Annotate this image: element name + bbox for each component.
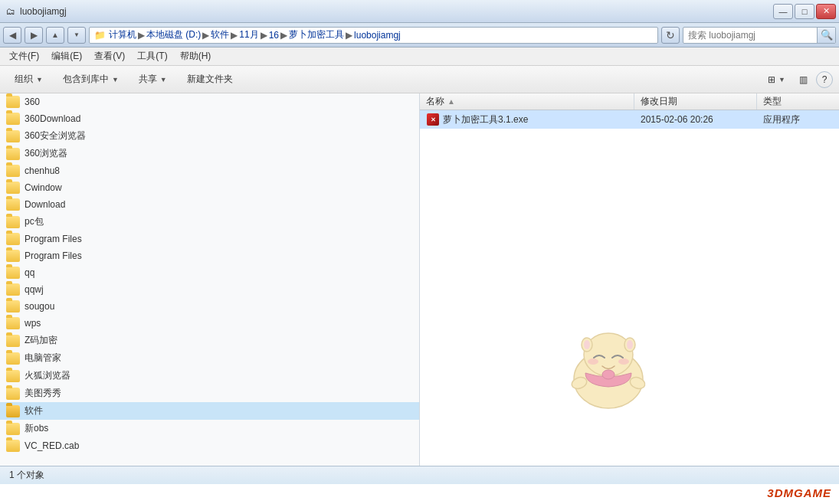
share-arrow: ▼ bbox=[160, 76, 167, 83]
sidebar-item-label: Program Files bbox=[25, 234, 82, 244]
dropdown-button[interactable]: ▼ bbox=[67, 27, 86, 44]
sidebar-item[interactable]: 火狐浏览器 bbox=[0, 367, 419, 385]
sidebar-item-label: 电脑管家 bbox=[25, 352, 61, 365]
path-drive[interactable]: 本地磁盘 (D:) bbox=[146, 28, 201, 41]
sidebar-item-label: Cwindow bbox=[25, 182, 62, 193]
col-type[interactable]: 类型 bbox=[757, 93, 839, 110]
toolbar: 组织 ▼ 包含到库中 ▼ 共享 ▼ 新建文件夹 ⊞ ▼ ▥ ? bbox=[0, 66, 839, 93]
sidebar-item-label: 360 bbox=[25, 97, 40, 107]
sidebar-item[interactable]: Program Files bbox=[0, 247, 419, 264]
sidebar-item[interactable]: chenhu8 bbox=[0, 162, 419, 179]
share-label: 共享 bbox=[139, 73, 157, 86]
sidebar-item[interactable]: pc包 bbox=[0, 213, 419, 231]
sidebar-item[interactable]: 美图秀秀 bbox=[0, 385, 419, 402]
preview-pane-button[interactable]: ▥ bbox=[794, 69, 813, 90]
sidebar-item[interactable]: Program Files bbox=[0, 231, 419, 247]
folder-icon bbox=[6, 423, 20, 435]
include-library-arrow: ▼ bbox=[112, 76, 119, 83]
folder-icon bbox=[6, 440, 20, 452]
sidebar-item-label: sougou bbox=[25, 301, 54, 312]
menu-tools[interactable]: 工具(T) bbox=[131, 48, 173, 64]
folder-icon bbox=[6, 113, 20, 125]
path-month[interactable]: 11月 bbox=[239, 28, 258, 41]
sidebar-item[interactable]: Cwindow bbox=[0, 179, 419, 196]
help-button[interactable]: ? bbox=[816, 71, 833, 88]
organize-label: 组织 bbox=[15, 73, 33, 86]
file-type-cell: 应用程序 bbox=[757, 110, 839, 129]
folder-icon bbox=[6, 300, 20, 313]
svg-point-6 bbox=[602, 370, 615, 379]
sidebar-item[interactable]: Download bbox=[0, 196, 419, 213]
share-button[interactable]: 共享 ▼ bbox=[130, 69, 175, 90]
folder-icon bbox=[6, 250, 20, 262]
folder-icon bbox=[6, 198, 20, 211]
sidebar-item-label: qq bbox=[25, 267, 34, 278]
address-path[interactable]: 📁 计算机 ▶ 本地磁盘 (D:) ▶ 软件 ▶ 11月 ▶ 16 ▶ 萝卜加密… bbox=[89, 27, 658, 44]
view-mode-button[interactable]: ⊞ ▼ bbox=[762, 69, 791, 90]
sidebar-item[interactable]: qqwj bbox=[0, 281, 419, 298]
path-folder[interactable]: luobojiamgj bbox=[354, 30, 401, 41]
sidebar-item-label: pc包 bbox=[25, 215, 44, 228]
menu-help[interactable]: 帮助(H) bbox=[174, 48, 218, 64]
view-dropdown-arrow: ▼ bbox=[778, 76, 785, 83]
sort-indicator: ▲ bbox=[447, 97, 455, 106]
folder-icon-small: 📁 bbox=[94, 30, 106, 41]
folder-icon bbox=[6, 283, 20, 296]
organize-dropdown-arrow: ▼ bbox=[36, 76, 43, 83]
sidebar-item[interactable]: 软件 bbox=[0, 402, 419, 420]
sidebar-item[interactable]: 360安全浏览器 bbox=[0, 127, 419, 145]
sidebar-item-label: qqwj bbox=[25, 284, 44, 295]
file-icon: ✕ bbox=[426, 113, 440, 126]
sidebar-item[interactable]: 360浏览器 bbox=[0, 145, 419, 162]
sidebar-item[interactable]: VC_RED.cab bbox=[0, 437, 419, 454]
sidebar-item-label: Download bbox=[25, 199, 65, 210]
sidebar: 360360Download360安全浏览器360浏览器chenhu8Cwind… bbox=[0, 93, 420, 466]
sidebar-item-label: 360安全浏览器 bbox=[25, 129, 86, 142]
search-input[interactable] bbox=[683, 28, 817, 43]
folder-icon bbox=[6, 130, 20, 142]
back-button[interactable]: ◀ bbox=[3, 27, 21, 44]
minimize-button[interactable]: — bbox=[773, 4, 793, 19]
organize-button[interactable]: 组织 ▼ bbox=[6, 69, 51, 90]
folder-icon bbox=[6, 335, 20, 347]
sidebar-item[interactable]: wps bbox=[0, 315, 419, 332]
include-library-label: 包含到库中 bbox=[63, 73, 109, 86]
include-library-button[interactable]: 包含到库中 ▼ bbox=[54, 69, 127, 90]
menu-file[interactable]: 文件(F) bbox=[3, 48, 45, 64]
col-name[interactable]: 名称 ▲ bbox=[420, 93, 634, 110]
path-day[interactable]: 16 bbox=[269, 30, 279, 41]
up-button[interactable]: ▲ bbox=[46, 27, 64, 44]
content-wrapper: 360360Download360安全浏览器360浏览器chenhu8Cwind… bbox=[0, 93, 839, 466]
sidebar-item[interactable]: 新obs bbox=[0, 420, 419, 437]
col-modified[interactable]: 修改日期 bbox=[634, 93, 757, 110]
close-button[interactable]: ✕ bbox=[816, 4, 836, 19]
maximize-button[interactable]: □ bbox=[795, 4, 814, 19]
menu-edit[interactable]: 编辑(E) bbox=[45, 48, 88, 64]
folder-icon bbox=[6, 352, 20, 365]
sidebar-item[interactable]: sougou bbox=[0, 298, 419, 315]
search-button[interactable]: 🔍 bbox=[817, 28, 835, 43]
new-folder-button[interactable]: 新建文件夹 bbox=[179, 69, 241, 90]
path-tool[interactable]: 萝卜加密工具 bbox=[289, 28, 344, 41]
sidebar-item-label: VC_RED.cab bbox=[25, 440, 79, 451]
sidebar-item[interactable]: Z码加密 bbox=[0, 332, 419, 349]
file-name: 萝卜加密工具3.1.exe bbox=[443, 113, 528, 126]
sidebar-item[interactable]: 电脑管家 bbox=[0, 349, 419, 367]
sidebar-item[interactable]: 360Download bbox=[0, 110, 419, 127]
sidebar-item-label: 360Download bbox=[25, 113, 80, 124]
path-computer[interactable]: 计算机 bbox=[109, 28, 136, 41]
sidebar-item[interactable]: qq bbox=[0, 264, 419, 281]
table-row[interactable]: ✕萝卜加密工具3.1.exe2015-02-06 20:26应用程序1,589 … bbox=[420, 110, 839, 129]
refresh-button[interactable]: ↻ bbox=[661, 27, 680, 44]
path-software[interactable]: 软件 bbox=[211, 28, 229, 41]
title-bar-left: 🗂 luobojiamgj bbox=[6, 6, 67, 17]
new-folder-label: 新建文件夹 bbox=[187, 73, 233, 86]
svg-point-5 bbox=[618, 358, 629, 365]
forward-button[interactable]: ▶ bbox=[25, 27, 43, 44]
sidebar-item[interactable]: 360 bbox=[0, 93, 419, 110]
status-text: 1 个对象 bbox=[9, 469, 44, 482]
folder-icon bbox=[6, 405, 20, 417]
svg-point-4 bbox=[588, 358, 598, 365]
title-bar: 🗂 luobojiamgj — □ ✕ bbox=[0, 0, 839, 23]
menu-view[interactable]: 查看(V) bbox=[88, 48, 131, 64]
